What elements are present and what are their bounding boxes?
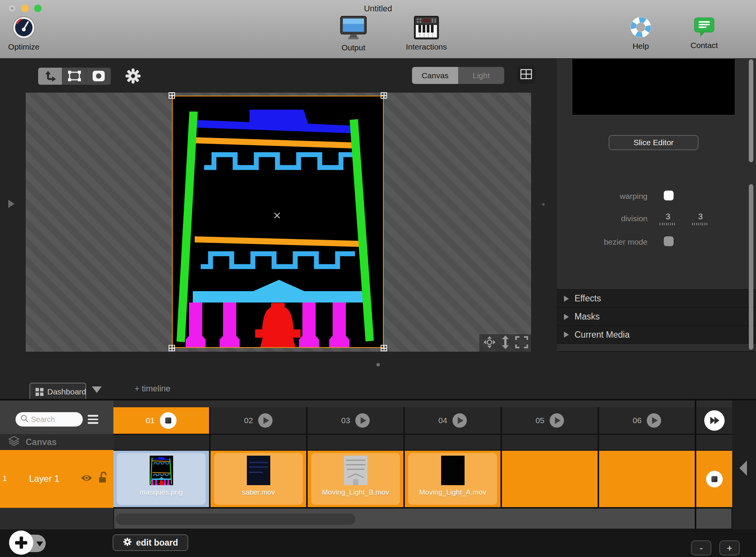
layer-row-header[interactable]: 1 Layer 1: [0, 450, 113, 508]
canvas-view-tab[interactable]: Canvas: [412, 67, 458, 84]
skip-forward-button[interactable]: [704, 410, 725, 431]
media-cell-01[interactable]: masques.png: [113, 451, 209, 507]
plus-icon: [20, 537, 23, 549]
board-menu-icon[interactable]: [88, 415, 98, 426]
masks-label: Masks: [575, 312, 600, 322]
slice-editor-button[interactable]: Slice Editor: [609, 135, 699, 150]
play-button[interactable]: [452, 413, 467, 428]
optimize-button[interactable]: Optimize: [0, 16, 52, 51]
column-header-06[interactable]: 06: [599, 407, 695, 434]
chat-bubble-icon: [693, 33, 715, 39]
warping-checkbox[interactable]: [664, 191, 674, 200]
corner-pin-icon: [68, 70, 81, 83]
layer-index: 1: [3, 474, 7, 483]
selected-surface[interactable]: [172, 96, 384, 348]
dashboard-grid-icon: [36, 388, 43, 396]
zoom-out-button[interactable]: -: [691, 540, 711, 555]
bezier-mode-checkbox[interactable]: [664, 236, 674, 246]
interactions-button[interactable]: Interactions: [398, 16, 455, 51]
handle-top-left[interactable]: [169, 92, 175, 99]
stop-button[interactable]: [160, 412, 177, 429]
board-left-footer: [0, 508, 113, 529]
media-cell-06[interactable]: [599, 451, 695, 507]
layer-visibility-eye-icon[interactable]: [81, 474, 93, 484]
media-cell-02[interactable]: saber.mov: [211, 451, 306, 507]
play-button[interactable]: [550, 413, 564, 428]
column-number: 01: [146, 416, 155, 425]
handle-bottom-left[interactable]: [169, 345, 175, 351]
bottom-bar: edit board - +: [0, 529, 756, 557]
panel-scrollbar-upper[interactable]: [749, 59, 753, 162]
media-cell-04[interactable]: Moving_Light_A.mov: [405, 451, 500, 507]
display-icon: [339, 35, 367, 41]
move-tool-button[interactable]: [38, 68, 62, 85]
play-icon: [652, 417, 658, 424]
edit-board-button[interactable]: edit board: [113, 534, 188, 551]
play-button[interactable]: [258, 413, 273, 428]
add-media-button[interactable]: [9, 531, 33, 555]
light-view-tab[interactable]: Light: [458, 67, 504, 84]
media-cell-05[interactable]: [502, 451, 598, 507]
column-header-04[interactable]: 04: [405, 407, 500, 434]
division-x-value[interactable]: 3: [661, 212, 675, 222]
layers-stack-icon: [8, 436, 20, 448]
disclosure-triangle-icon: [564, 332, 569, 338]
column-number: 05: [536, 416, 544, 425]
selection-border: [172, 96, 384, 348]
column-number: 03: [341, 416, 350, 425]
left-panel-expand-arrow[interactable]: [8, 200, 14, 208]
handle-bottom-right[interactable]: [381, 345, 387, 351]
output-button[interactable]: Output: [325, 16, 382, 52]
skip-forward-cell: [696, 407, 732, 434]
dashboard-tab[interactable]: Dashboard: [29, 383, 86, 400]
pan-icon[interactable]: [483, 336, 496, 350]
handle-top-right[interactable]: [381, 92, 387, 99]
current-media-label: Current Media: [575, 330, 630, 340]
effects-section-header[interactable]: Effects: [557, 289, 756, 307]
disclosure-triangle-icon: [564, 296, 569, 302]
column-header-03[interactable]: 03: [308, 407, 403, 434]
masques-thumbnail: [150, 456, 173, 487]
canvas-cell: [405, 435, 500, 450]
canvas-settings-button[interactable]: [125, 68, 141, 86]
division-x-slider[interactable]: [660, 223, 676, 225]
lifebuoy-icon: [629, 33, 652, 40]
masks-section-header[interactable]: Masks: [557, 307, 756, 326]
contact-button[interactable]: Contact: [676, 16, 733, 50]
search-icon: [20, 414, 29, 424]
fullscreen-icon[interactable]: [515, 336, 528, 350]
vertical-arrow-icon[interactable]: [499, 335, 511, 351]
transform-tool-button[interactable]: [62, 68, 87, 85]
canvas-cell: [502, 435, 598, 450]
dashboard-menu-arrow[interactable]: [92, 386, 102, 393]
mapping-workspace[interactable]: [26, 93, 531, 352]
current-media-section-header[interactable]: Current Media: [557, 326, 756, 344]
collapse-board-arrow[interactable]: [739, 461, 747, 476]
help-button[interactable]: Help: [612, 16, 669, 51]
search-input[interactable]: [31, 415, 76, 424]
search-field[interactable]: [15, 412, 83, 427]
layer-stop-button[interactable]: [706, 471, 723, 487]
canvas-group-row[interactable]: Canvas: [0, 434, 113, 450]
mask-tool-button[interactable]: [87, 68, 111, 85]
disclosure-triangle-icon: [564, 314, 569, 320]
play-button[interactable]: [355, 413, 370, 428]
column-header-05[interactable]: 05: [502, 407, 598, 434]
play-button[interactable]: [647, 413, 661, 428]
board-scrollbar-thumb[interactable]: [116, 514, 355, 525]
media-name: Moving_Light_A.mov: [419, 488, 486, 496]
layer-lock-icon[interactable]: [98, 471, 107, 485]
panel-scrollbar-thumb[interactable]: [749, 184, 753, 350]
division-y-slider[interactable]: [692, 223, 709, 225]
column-header-02[interactable]: 02: [211, 407, 306, 434]
zoom-in-button[interactable]: +: [719, 540, 740, 555]
layer-name[interactable]: Layer 1: [29, 473, 59, 484]
grid-view-button[interactable]: [517, 66, 535, 84]
moving-light-b-thumbnail: [344, 456, 367, 487]
division-y-value[interactable]: 3: [694, 212, 707, 222]
add-timeline-button[interactable]: + timeline: [135, 384, 170, 394]
column-header-01[interactable]: 01: [113, 407, 209, 434]
bezier-mode-label: bezier mode: [557, 237, 648, 247]
play-icon: [263, 417, 269, 424]
media-cell-03[interactable]: Moving_Light_B.mov: [308, 451, 403, 507]
